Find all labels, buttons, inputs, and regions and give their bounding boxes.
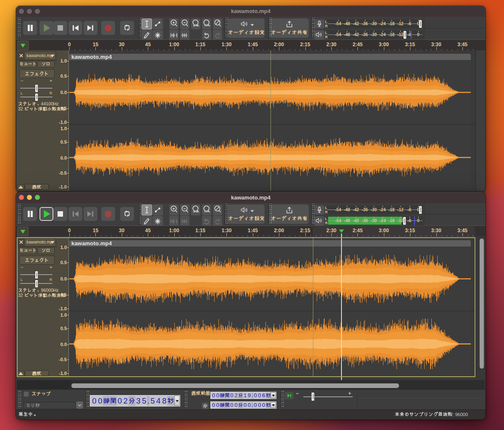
- svg-text:0: 0: [98, 396, 102, 405]
- svg-text:2: 2: [234, 392, 237, 399]
- svg-text:0: 0: [212, 402, 215, 408]
- svg-text:0: 0: [92, 396, 96, 405]
- svg-text:0: 0: [254, 392, 257, 399]
- svg-text:0: 0: [118, 396, 122, 405]
- svg-text:3: 3: [136, 396, 140, 405]
- svg-text:0: 0: [216, 392, 219, 399]
- svg-text:0: 0: [230, 402, 233, 408]
- svg-text:0: 0: [234, 402, 237, 408]
- svg-text:0: 0: [248, 402, 251, 408]
- svg-text:6: 6: [262, 392, 265, 399]
- svg-text:: 96000: : 96000: [452, 412, 468, 417]
- svg-text:1: 1: [244, 392, 247, 399]
- svg-text:0: 0: [244, 402, 247, 408]
- svg-text:.: .: [147, 396, 150, 405]
- svg-text:.: .: [252, 402, 253, 408]
- svg-text:0: 0: [254, 402, 257, 408]
- svg-text:5: 5: [142, 396, 146, 405]
- svg-text:5: 5: [150, 396, 155, 405]
- svg-text:0: 0: [230, 392, 233, 399]
- svg-text:0: 0: [212, 392, 215, 399]
- svg-text:9: 9: [248, 392, 251, 399]
- svg-text:0: 0: [262, 402, 265, 408]
- svg-text:4: 4: [156, 396, 160, 405]
- svg-text:32: 32: [18, 106, 23, 111]
- svg-text:2: 2: [123, 396, 128, 405]
- svg-text:44100Hz: 44100Hz: [41, 101, 59, 106]
- svg-text:0: 0: [258, 402, 261, 408]
- svg-text:.: .: [252, 392, 253, 399]
- svg-text:0: 0: [258, 392, 261, 399]
- svg-text:8: 8: [162, 396, 166, 405]
- svg-text:0: 0: [216, 402, 219, 408]
